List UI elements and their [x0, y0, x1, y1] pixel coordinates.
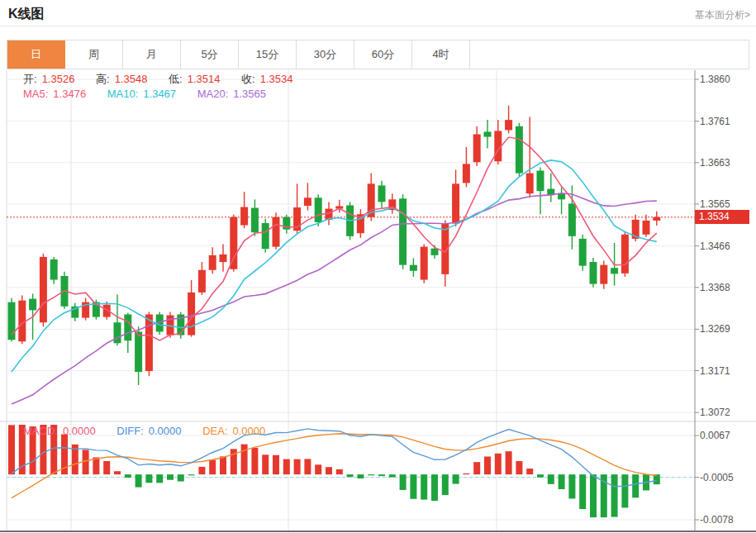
- price-tick-label: 1.3761: [700, 116, 753, 127]
- low-value: 1.3514: [188, 73, 221, 85]
- ma5-value: 1.3476: [53, 88, 86, 100]
- macd-tick-label: -0.0078: [700, 514, 753, 526]
- high-value: 1.3548: [115, 73, 148, 85]
- ma10-value: 1.3467: [143, 88, 176, 100]
- price-tick-label: 1.3171: [700, 365, 753, 377]
- ma5-label: MA5:: [23, 88, 48, 100]
- price-tick-label: 1.3466: [700, 240, 753, 252]
- price-tick-label: 1.3860: [700, 74, 753, 85]
- low-label: 低:: [169, 73, 183, 85]
- dea-label: DEA:: [202, 425, 227, 437]
- close-label: 收:: [241, 73, 255, 85]
- ma-readout: MA5:1.3476 MA10:1.3467 MA20:1.3565: [23, 88, 271, 100]
- ma20-value: 1.3565: [233, 88, 266, 100]
- price-tick-label: 1.3663: [700, 157, 753, 169]
- macd-tick-label: -0.0005: [700, 472, 753, 483]
- price-tick-label: 1.3269: [700, 323, 753, 335]
- open-label: 开:: [23, 73, 37, 85]
- price-tick-label: 1.3565: [700, 198, 753, 210]
- close-value: 1.3534: [260, 73, 293, 85]
- open-value: 1.3526: [42, 73, 75, 85]
- macd-readout: MACD:0.0000 DIFF:0.0000 DEA:0.0000: [23, 425, 270, 437]
- current-price-badge: 1.3534: [695, 210, 749, 224]
- diff-label: DIFF:: [116, 425, 144, 437]
- macd-tick-label: 0.0067: [700, 430, 753, 441]
- ma20-label: MA20:: [197, 88, 229, 100]
- diff-value: 0.0000: [149, 425, 182, 437]
- price-tick-label: 1.3368: [700, 282, 753, 293]
- ohlc-readout: 开:1.3526 高:1.3548 低:1.3514 收:1.3534: [23, 72, 297, 87]
- ma10-label: MA10:: [107, 88, 139, 100]
- macd-label: MACD:: [23, 425, 58, 437]
- high-label: 高:: [96, 73, 110, 85]
- dea-value: 0.0000: [233, 425, 266, 437]
- macd-value: 0.0000: [63, 425, 96, 437]
- price-tick-label: 1.3072: [700, 407, 753, 418]
